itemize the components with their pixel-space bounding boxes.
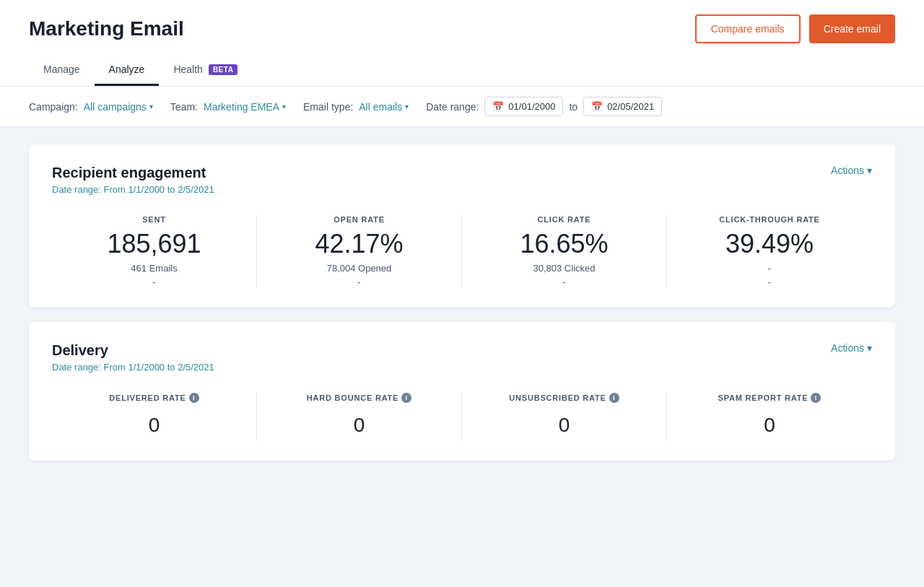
page-title: Marketing Email: [29, 17, 184, 40]
metric-click-rate-label: CLICK RATE: [474, 215, 655, 224]
delivery-date-range: Date range: From 1/1/2000 to 2/5/2021: [52, 362, 872, 373]
metric-unsubscribed-rate: UNSUBSCRIBED RATE i 0: [462, 393, 667, 441]
metric-hard-bounce-rate-label: HARD BOUNCE RATE i: [269, 393, 450, 403]
date-to-input[interactable]: 📅 02/05/2021: [583, 97, 662, 116]
metric-ctr-label: CLICK-THROUGH RATE: [679, 215, 860, 224]
header-actions: Compare emails Create email: [695, 14, 895, 43]
metric-click-rate-dash: -: [474, 277, 655, 287]
metric-sent-dash: -: [64, 277, 245, 287]
engagement-card-header: Recipient engagement Actions ▾: [52, 165, 872, 181]
metric-ctr-dash: -: [679, 277, 860, 287]
date-range-label: Date range:: [426, 101, 479, 113]
tab-manage[interactable]: Manage: [29, 55, 95, 86]
metric-delivered-rate: DELIVERED RATE i 0: [52, 393, 257, 441]
metric-open-rate-label: OPEN RATE: [269, 215, 450, 224]
tab-health[interactable]: Health BETA: [159, 55, 252, 86]
metric-click-rate-value: 16.65%: [474, 230, 655, 258]
calendar-to-icon: 📅: [591, 101, 603, 112]
campaign-dropdown[interactable]: All campaigns ▾: [84, 101, 153, 113]
engagement-card: Recipient engagement Actions ▾ Date rang…: [29, 144, 895, 308]
team-filter: Team: Marketing EMEA ▾: [170, 101, 286, 113]
compare-emails-button[interactable]: Compare emails: [695, 14, 801, 43]
tab-analyze[interactable]: Analyze: [95, 55, 160, 86]
beta-badge: BETA: [209, 64, 237, 75]
delivery-card-title: Delivery: [52, 342, 108, 359]
metric-unsubscribed-rate-value: 0: [474, 409, 655, 437]
team-label: Team:: [170, 101, 198, 113]
spam-report-info-icon[interactable]: i: [811, 393, 821, 403]
metric-spam-report-rate: SPAM REPORT RATE i 0: [667, 393, 872, 441]
email-type-label: Email type:: [303, 101, 353, 113]
date-range-filter: Date range: 📅 01/01/2000 to 📅 02/05/2021: [426, 97, 662, 116]
metric-spam-report-rate-value: 0: [679, 409, 860, 437]
metric-ctr: CLICK-THROUGH RATE 39.49% - -: [667, 215, 872, 287]
date-from-input[interactable]: 📅 01/01/2000: [484, 97, 563, 116]
metric-sent-sub: 461 Emails: [64, 263, 245, 274]
email-type-dropdown[interactable]: All emails ▾: [359, 101, 409, 113]
delivered-rate-info-icon[interactable]: i: [189, 393, 199, 403]
delivery-actions-button[interactable]: Actions ▾: [831, 342, 872, 354]
metric-ctr-value: 39.49%: [679, 230, 860, 258]
delivery-metrics: DELIVERED RATE i 0 HARD BOUNCE RATE i 0 …: [52, 393, 872, 441]
campaign-chevron-icon: ▾: [149, 103, 153, 110]
engagement-actions-button[interactable]: Actions ▾: [831, 165, 872, 176]
engagement-actions-chevron-icon: ▾: [867, 165, 872, 176]
filters-bar: Campaign: All campaigns ▾ Team: Marketin…: [0, 87, 924, 127]
team-dropdown[interactable]: Marketing EMEA ▾: [204, 101, 286, 113]
metric-open-rate-dash: -: [269, 277, 450, 287]
metric-hard-bounce-rate: HARD BOUNCE RATE i 0: [257, 393, 462, 441]
metric-open-rate-sub: 78,004 Opened: [269, 263, 450, 274]
tab-bar: Manage Analyze Health BETA: [29, 55, 895, 86]
metric-spam-report-rate-label: SPAM REPORT RATE i: [679, 393, 860, 403]
metric-click-rate: CLICK RATE 16.65% 30,803 Clicked -: [462, 215, 667, 287]
email-type-filter: Email type: All emails ▾: [303, 101, 409, 113]
metric-ctr-sub: -: [679, 263, 860, 274]
metric-sent: SENT 185,691 461 Emails -: [52, 215, 257, 287]
metric-sent-value: 185,691: [64, 230, 245, 258]
engagement-card-title: Recipient engagement: [52, 165, 206, 181]
create-email-button[interactable]: Create email: [809, 14, 895, 43]
main-content: Recipient engagement Actions ▾ Date rang…: [0, 127, 924, 478]
metric-click-rate-sub: 30,803 Clicked: [474, 263, 655, 274]
metric-unsubscribed-rate-label: UNSUBSCRIBED RATE i: [474, 393, 655, 403]
delivery-actions-chevron-icon: ▾: [867, 342, 872, 354]
delivery-card-header: Delivery Actions ▾: [52, 342, 872, 359]
metric-open-rate: OPEN RATE 42.17% 78,004 Opened -: [257, 215, 462, 287]
date-to-separator: to: [569, 101, 578, 113]
email-type-chevron-icon: ▾: [405, 103, 409, 110]
engagement-metrics: SENT 185,691 461 Emails - OPEN RATE 42.1…: [52, 215, 872, 287]
metric-hard-bounce-rate-value: 0: [269, 409, 450, 437]
metric-delivered-rate-label: DELIVERED RATE i: [64, 393, 245, 403]
calendar-from-icon: 📅: [492, 101, 504, 112]
campaign-filter: Campaign: All campaigns ▾: [29, 101, 153, 113]
metric-open-rate-value: 42.17%: [269, 230, 450, 258]
metric-delivered-rate-value: 0: [64, 409, 245, 437]
team-chevron-icon: ▾: [282, 103, 286, 110]
engagement-date-range: Date range: From 1/1/2000 to 2/5/2021: [52, 184, 872, 195]
hard-bounce-info-icon[interactable]: i: [401, 393, 411, 403]
metric-sent-label: SENT: [64, 215, 245, 224]
campaign-label: Campaign:: [29, 101, 78, 113]
delivery-card: Delivery Actions ▾ Date range: From 1/1/…: [29, 322, 895, 461]
unsubscribed-rate-info-icon[interactable]: i: [609, 393, 619, 403]
